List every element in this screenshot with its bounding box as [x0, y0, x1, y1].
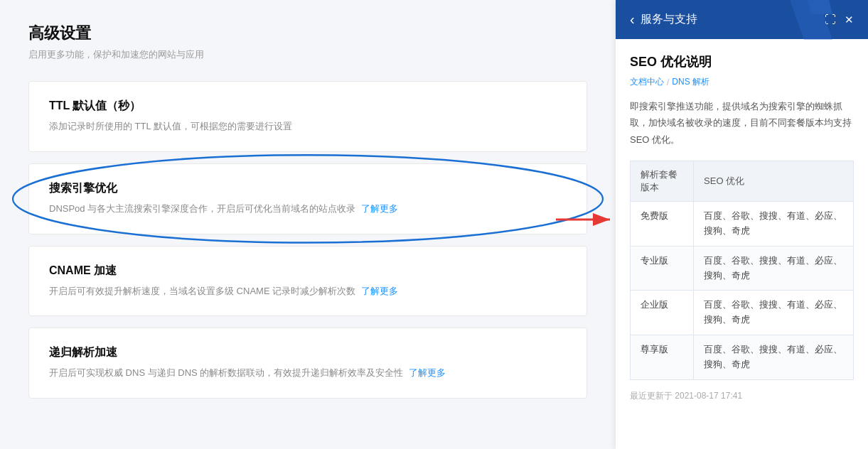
table-cell-version: 尊享版 — [631, 335, 694, 379]
ttl-card-desc: 添加记录时所使用的 TTL 默认值，可根据您的需要进行设置 — [49, 119, 567, 134]
table-cell-seo: 百度、谷歌、搜搜、有道、必应、搜狗、奇虎 — [694, 335, 854, 379]
table-cell-seo: 百度、谷歌、搜搜、有道、必应、搜狗、奇虎 — [694, 202, 854, 247]
page-title: 高级设置 — [28, 23, 587, 44]
table-col1-header: 解析套餐版本 — [631, 161, 694, 202]
seo-table: 解析套餐版本 SEO 优化 免费版百度、谷歌、搜搜、有道、必应、搜狗、奇虎专业版… — [630, 161, 854, 379]
main-area: 高级设置 启用更多功能，保护和加速您的网站与应用 TTL 默认值（秒） 添加记录… — [0, 0, 616, 449]
table-cell-version: 免费版 — [631, 202, 694, 247]
table-row: 免费版百度、谷歌、搜搜、有道、必应、搜狗、奇虎 — [631, 202, 854, 247]
panel-header-left: ‹ 服务与支持 — [630, 11, 697, 28]
panel-header-title: 服务与支持 — [641, 12, 697, 27]
ttl-card: TTL 默认值（秒） 添加记录时所使用的 TTL 默认值，可根据您的需要进行设置 — [28, 81, 587, 152]
panel-doc-title: SEO 优化说明 — [630, 53, 854, 70]
seo-learn-more-link[interactable]: 了解更多 — [361, 203, 398, 214]
right-panel: ‹ 服务与支持 ⛶ ✕ SEO 优化说明 文档中心 / DNS 解析 — [616, 0, 868, 449]
table-row: 尊享版百度、谷歌、搜搜、有道、必应、搜狗、奇虎 — [631, 335, 854, 379]
recursive-card: 递归解析加速 开启后可实现权威 DNS 与递归 DNS 的解析数据联动，有效提升… — [28, 328, 587, 399]
expand-icon[interactable]: ⛶ — [825, 13, 836, 26]
panel-breadcrumb: 文档中心 / DNS 解析 — [630, 76, 854, 88]
table-cell-version: 企业版 — [631, 291, 694, 335]
recursive-card-desc: 开启后可实现权威 DNS 与递归 DNS 的解析数据联动，有效提升递归解析效率及… — [49, 366, 567, 381]
seo-card-wrapper: 搜索引擎优化 DNSPod 与各大主流搜索引擎深度合作，开启后可优化当前域名的站… — [28, 163, 587, 234]
cname-card-title: CNAME 加速 — [49, 264, 567, 278]
table-row: 专业版百度、谷歌、搜搜、有道、必应、搜狗、奇虎 — [631, 246, 854, 291]
table-cell-seo: 百度、谷歌、搜搜、有道、必应、搜狗、奇虎 — [694, 291, 854, 335]
panel-header-icons: ⛶ ✕ — [825, 13, 854, 26]
cname-card: CNAME 加速 开启后可有效提升解析速度，当域名设置多级 CNAME 记录时减… — [28, 246, 587, 317]
seo-card-desc: DNSPod 与各大主流搜索引擎深度合作，开启后可优化当前域名的站点收录 了解更… — [49, 202, 567, 217]
panel-header: ‹ 服务与支持 ⛶ ✕ — [616, 0, 868, 39]
cname-card-desc: 开启后可有效提升解析速度，当域名设置多级 CNAME 记录时减少解析次数 了解更… — [49, 284, 567, 299]
cname-learn-more-link[interactable]: 了解更多 — [361, 286, 398, 296]
table-col2-header: SEO 优化 — [694, 161, 854, 202]
recursive-card-title: 递归解析加速 — [49, 345, 567, 360]
table-cell-version: 专业版 — [631, 246, 694, 291]
panel-update-time: 最近更新于 2021-08-17 17:41 — [630, 390, 854, 402]
seo-card: 搜索引擎优化 DNSPod 与各大主流搜索引擎深度合作，开启后可优化当前域名的站… — [28, 163, 587, 234]
panel-body: SEO 优化说明 文档中心 / DNS 解析 即搜索引擎推送功能，提供域名为搜索… — [616, 39, 868, 449]
recursive-learn-more-link[interactable]: 了解更多 — [409, 367, 446, 378]
close-icon[interactable]: ✕ — [845, 13, 854, 26]
panel-desc: 即搜索引擎推送功能，提供域名为搜索引擎的蜘蛛抓取，加快域名被收录的速度，目前不同… — [630, 98, 854, 148]
table-row: 企业版百度、谷歌、搜搜、有道、必应、搜狗、奇虎 — [631, 291, 854, 335]
seo-card-title: 搜索引擎优化 — [49, 181, 567, 196]
back-icon[interactable]: ‹ — [630, 11, 635, 28]
page-subtitle: 启用更多功能，保护和加速您的网站与应用 — [28, 48, 587, 61]
ttl-card-title: TTL 默认值（秒） — [49, 99, 567, 114]
table-cell-seo: 百度、谷歌、搜搜、有道、必应、搜狗、奇虎 — [694, 246, 854, 291]
